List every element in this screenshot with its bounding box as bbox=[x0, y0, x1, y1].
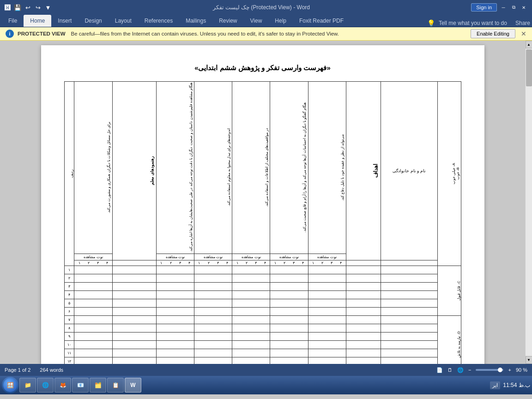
tab-file[interactable]: File bbox=[2, 15, 24, 27]
restore-button[interactable]: ⧉ bbox=[509, 3, 518, 12]
close-bar-button[interactable]: ✕ bbox=[521, 30, 526, 37]
enable-editing-button[interactable]: Enable Editing bbox=[471, 29, 515, 38]
page-count: Page 1 of 2 bbox=[5, 367, 30, 373]
tab-references[interactable]: References bbox=[138, 15, 179, 27]
obs-label-6: نوت مشاهده bbox=[74, 254, 112, 260]
col-desc5: هنگام مشاهده فلیم‌شنیدن داستان و صحبت دی… bbox=[157, 82, 194, 254]
ribbon: File Home Insert Design Layout Reference… bbox=[0, 15, 532, 27]
header-row: A- خیلی خوب B- خوب نام و نام خانوادگی اه… bbox=[64, 82, 461, 254]
col-desc6: برای حل مسائل وشکلات با دیگران همکاری و … bbox=[74, 82, 112, 254]
section-d-header: D- نیازمند به تلاش ۷ bbox=[64, 315, 461, 324]
taskbar-right: ایر 11:54 ب.ظ bbox=[490, 381, 530, 389]
data-row-2: ۲ bbox=[64, 274, 461, 282]
goals-header: اهداف bbox=[346, 82, 381, 260]
data-row-6: ۶ bbox=[64, 307, 461, 315]
taskbar-app-files[interactable]: 🗂️ bbox=[90, 378, 106, 393]
tab-design[interactable]: Design bbox=[78, 15, 108, 27]
scroll-thumb[interactable] bbox=[526, 49, 532, 86]
section-c-header: C- قابل قبول ۱ bbox=[64, 266, 461, 274]
tab-view[interactable]: View bbox=[244, 15, 269, 27]
zoom-level: 90 % bbox=[516, 367, 527, 373]
scroll-down-button[interactable]: ▼ bbox=[526, 356, 532, 364]
print-layout-icon[interactable]: 🗒 bbox=[447, 367, 453, 373]
num-group-4: ۴۳۲۱ bbox=[194, 260, 232, 266]
taskbar-app-firefox[interactable]: 🦊 bbox=[54, 378, 71, 393]
num-group-6: ۴۳۲۱ bbox=[74, 260, 112, 266]
obs-label-1: نوت مشاهده bbox=[308, 254, 346, 260]
tab-layout[interactable]: Layout bbox=[109, 15, 138, 27]
num-group-2: ۴۳۲۱ bbox=[270, 260, 308, 266]
tab-review[interactable]: Review bbox=[212, 15, 243, 27]
document-wrapper: «فهرست وارسی تفکر و پژوهش ششم ابتدایی» A… bbox=[0, 41, 525, 364]
sign-in-button[interactable]: Sign in bbox=[471, 3, 497, 12]
clock: 11:54 ب.ظ bbox=[503, 382, 530, 388]
scroll-bar[interactable]: ▲ ▼ bbox=[525, 41, 532, 364]
word-icon: 🆆 bbox=[4, 4, 11, 11]
data-row-5: ۵ bbox=[64, 299, 461, 307]
info-icon: i bbox=[6, 30, 14, 38]
tab-home[interactable]: Home bbox=[24, 15, 51, 27]
minimize-button[interactable]: ─ bbox=[499, 3, 508, 12]
main-area: «فهرست وارسی تفکر و پژوهش ششم ابتدایی» A… bbox=[0, 41, 532, 364]
redo-icon[interactable]: ↪ bbox=[34, 4, 42, 11]
more-icon[interactable]: ▼ bbox=[44, 4, 52, 11]
zoom-in-button[interactable]: + bbox=[508, 367, 511, 373]
start-button[interactable]: 🪟 bbox=[2, 377, 18, 393]
scroll-up-button[interactable]: ▲ bbox=[526, 41, 532, 48]
save-icon[interactable]: 💾 bbox=[14, 4, 21, 11]
name-column-header: نام و نام خانوادگی bbox=[381, 82, 437, 260]
document-title: «فهرست وارسی تفکر و پژوهش ششم ابتدایی» bbox=[64, 64, 461, 72]
name-num-col bbox=[381, 260, 437, 266]
zoom-out-button[interactable]: − bbox=[468, 367, 471, 373]
data-row-12: ۱۲ bbox=[64, 357, 461, 364]
tab-help[interactable]: Help bbox=[268, 15, 293, 27]
data-row-9: ۹ bbox=[64, 332, 461, 340]
data-row-8: ۸ bbox=[64, 324, 461, 332]
protected-view-bar: i PROTECTED VIEW Be careful—files from t… bbox=[0, 27, 532, 41]
tab-insert[interactable]: Insert bbox=[51, 15, 78, 27]
section-ab-label: A- خیلی خوب B- خوب bbox=[437, 82, 461, 266]
num-group-1: ۴۳۲۱ bbox=[308, 260, 346, 266]
obs-label-2: نوت مشاهده bbox=[270, 254, 308, 260]
obs-label-4: نوت مشاهده bbox=[194, 254, 232, 260]
start-orb: 🪟 bbox=[3, 378, 17, 392]
tab-foxit[interactable]: Foxit Reader PDF bbox=[293, 15, 350, 27]
ribbon-tabs: File Home Insert Design Layout Reference… bbox=[0, 15, 532, 27]
col-desc2: می‌تواند از نظر و عقیده خود با دلیل دفاع… bbox=[308, 82, 346, 254]
tab-mailings[interactable]: Mailings bbox=[179, 15, 212, 27]
col-desc4: اندوخته‌های برای تبدل محتوا به معلوم است… bbox=[194, 82, 232, 254]
data-row-3: ۳ bbox=[64, 282, 461, 290]
document: «فهرست وارسی تفکر و پژوهش ششم ابتدایی» A… bbox=[41, 45, 484, 364]
c-g5-1 bbox=[157, 266, 194, 274]
scroll-track[interactable] bbox=[526, 48, 532, 356]
num-group-3: ۴۳۲۱ bbox=[232, 260, 270, 266]
data-row-10: ۱۰ bbox=[64, 340, 461, 349]
taskbar-app-email[interactable]: 📧 bbox=[72, 378, 89, 393]
search-label[interactable]: Tell me what you want to do bbox=[439, 20, 507, 26]
zoom-slider[interactable] bbox=[476, 369, 503, 371]
title-bar: 🆆 💾 ↩ ↪ ▼ چک لیست تفکر (Protected View) … bbox=[0, 0, 532, 15]
goals-num-col bbox=[346, 260, 381, 266]
lightbulb-icon: 💡 bbox=[427, 19, 435, 27]
taskbar-app-explorer[interactable]: 📁 bbox=[19, 378, 36, 393]
numbers-row: ۴۳۲۱ ۴۳۲۱ bbox=[64, 260, 461, 266]
teacher-num-col bbox=[112, 260, 157, 266]
row-number-header: ردیف bbox=[64, 82, 74, 266]
undo-icon[interactable]: ↩ bbox=[24, 4, 31, 11]
word-count: 264 words bbox=[40, 367, 63, 373]
taskbar-app-chrome[interactable]: 🌐 bbox=[37, 378, 54, 393]
c-goals-1 bbox=[346, 266, 381, 274]
taskbar-app-word[interactable]: W bbox=[125, 378, 141, 393]
time-display: 11:54 ب.ظ bbox=[503, 382, 530, 388]
read-mode-icon[interactable]: 📄 bbox=[436, 367, 443, 373]
web-layout-icon[interactable]: 🌐 bbox=[457, 367, 464, 373]
zoom-thumb[interactable] bbox=[498, 368, 502, 372]
ribbon-search: 💡 Tell me what you want to do Share bbox=[427, 19, 530, 27]
share-button[interactable]: Share bbox=[515, 20, 530, 26]
language-indicator: ایر bbox=[490, 381, 500, 389]
close-button[interactable]: ✕ bbox=[519, 3, 528, 12]
status-right: 📄 🗒 🌐 − + 90 % bbox=[436, 367, 527, 373]
section-d-label: D- نیازمند به تلاش bbox=[437, 315, 461, 364]
taskbar-app-notes[interactable]: 📋 bbox=[107, 378, 124, 393]
protected-label: PROTECTED VIEW bbox=[18, 31, 66, 36]
